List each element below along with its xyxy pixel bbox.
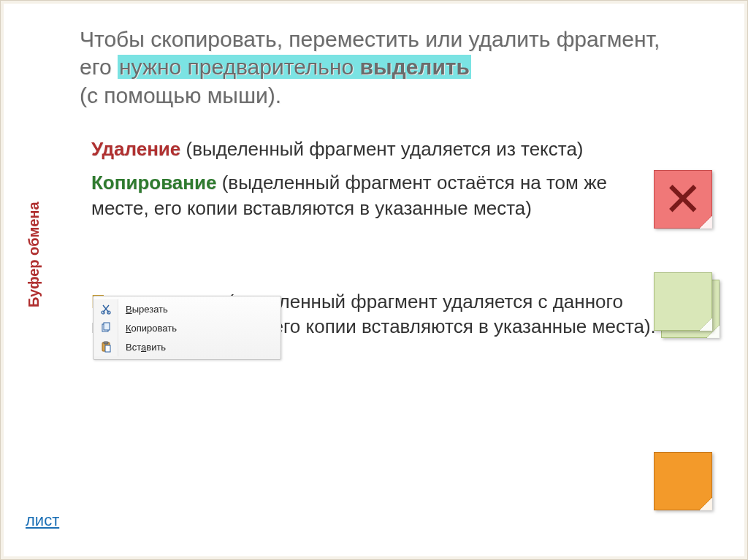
copy-icon [94, 318, 118, 337]
note-red: ✕ [654, 170, 712, 229]
note-delete: ✕ [654, 170, 721, 237]
note-orange [654, 452, 712, 510]
title-paren-open: ( [80, 83, 87, 107]
menu-item-paste[interactable]: Вставить [94, 337, 280, 356]
para-delete: Удаление (выделенный фрагмент удаляется … [91, 137, 661, 161]
scissors-icon [94, 299, 118, 318]
footer-link-sheet[interactable]: лист [26, 511, 59, 530]
menu-label-copy: Копировать [118, 323, 177, 334]
svg-rect-6 [105, 345, 110, 352]
note-copy [654, 272, 721, 340]
menu-item-cut[interactable]: Вырезать [94, 299, 280, 318]
context-menu: Вырезать Копировать Вставить [93, 296, 281, 360]
menu-label-paste: Вставить [118, 342, 166, 353]
note-green-front [654, 272, 712, 331]
menu-label-cut: Вырезать [118, 304, 168, 315]
menu-item-copy[interactable]: Копировать [94, 318, 280, 337]
slide-title: Чтобы скопировать, переместить или удали… [80, 26, 679, 110]
x-icon: ✕ [654, 171, 711, 228]
slide-canvas: Чтобы скопировать, переместить или удали… [0, 0, 748, 560]
note-move [654, 452, 721, 519]
title-highlight: нужно предварительно выделить [118, 55, 471, 79]
sidebar-label-clipboard: Буфер обмена [26, 202, 42, 307]
svg-rect-3 [104, 323, 110, 330]
title-part2: с помощью мыши). [87, 83, 281, 107]
para-copy: Копирование (выделенный фрагмент остаётс… [91, 170, 646, 220]
kw-delete: Удаление [91, 138, 180, 160]
paste-icon [94, 337, 118, 356]
kw-copy: Копирование [91, 172, 216, 193]
svg-rect-5 [104, 342, 108, 344]
